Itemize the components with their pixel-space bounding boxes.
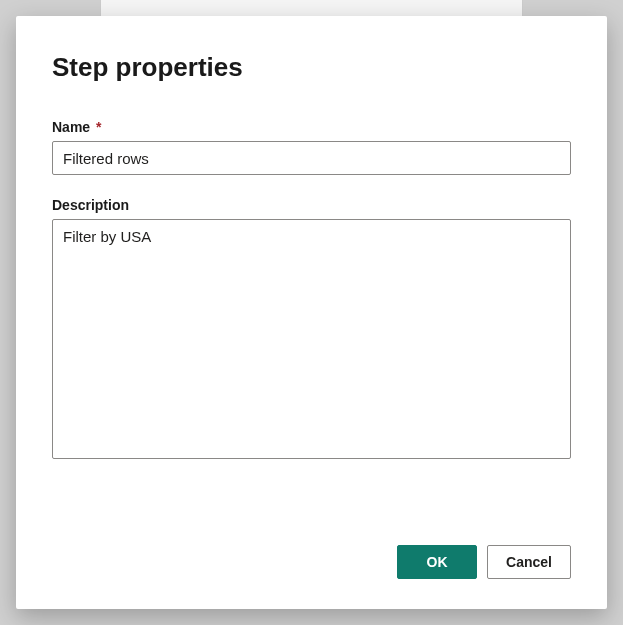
ok-button[interactable]: OK bbox=[397, 545, 477, 579]
description-input[interactable] bbox=[52, 219, 571, 459]
dialog-title: Step properties bbox=[52, 52, 571, 83]
name-label-text: Name bbox=[52, 119, 90, 135]
description-field-group: Description bbox=[52, 197, 571, 463]
dialog-button-row: OK Cancel bbox=[52, 521, 571, 579]
name-label: Name * bbox=[52, 119, 571, 135]
description-label: Description bbox=[52, 197, 571, 213]
required-indicator: * bbox=[96, 119, 101, 135]
name-input[interactable] bbox=[52, 141, 571, 175]
name-field-group: Name * bbox=[52, 119, 571, 175]
step-properties-dialog: Step properties Name * Description OK Ca… bbox=[16, 16, 607, 609]
cancel-button[interactable]: Cancel bbox=[487, 545, 571, 579]
background-window-hint bbox=[100, 0, 523, 16]
